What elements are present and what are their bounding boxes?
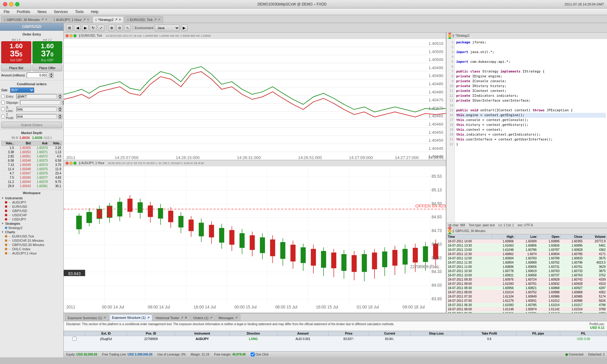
data-min-btn[interactable] (448, 230, 451, 233)
audjpy-close-btn[interactable] (66, 162, 69, 165)
takeprofit-input[interactable] (16, 114, 57, 119)
ohlcv-low: 1.60785 (515, 303, 538, 307)
toolbar-back-button[interactable]: ◀ (74, 25, 81, 31)
ws-eurusd[interactable]: ↔ EUR/USD (1, 204, 62, 209)
entry-stepper[interactable]: ▲ ▼ (58, 94, 62, 99)
toolbar-expand-button[interactable]: ⤢ (98, 25, 104, 31)
menu-file[interactable]: File (2, 9, 11, 15)
free-margin-value: 49,978.90 (232, 353, 246, 356)
place-bid-button[interactable]: Place Bid (1, 65, 31, 71)
side-select[interactable]: BUY SELL (10, 87, 34, 93)
strategy2-dot (5, 227, 7, 229)
tab-close-strategy2[interactable]: ✕ (119, 18, 121, 21)
menu-help[interactable]: Help (90, 9, 100, 15)
historical-tester-close[interactable]: ✕ (185, 316, 187, 320)
tab-close-eurusd[interactable]: ✕ (158, 18, 160, 21)
stoploss-checkbox[interactable] (1, 107, 5, 111)
tab-audjpy-1h[interactable]: || AUD/JPY, 1 Hour ↗ ✕ (51, 16, 92, 23)
ws-audjpy-1h[interactable]: ↔ AUD/JPY,1 Hour (1, 251, 62, 255)
ask-price-main: 1.60 (35, 43, 60, 49)
ws-ohlc[interactable]: ↔ OHLC Index (1, 247, 62, 251)
toolbar-add-button[interactable]: ⊞ (66, 25, 73, 31)
place-offer-button[interactable]: Place Offer (32, 65, 63, 71)
code-min-btn[interactable] (448, 34, 451, 37)
eurusd-min-btn[interactable] (70, 34, 73, 37)
close-button[interactable] (3, 2, 7, 6)
toolbar-env-button[interactable]: ▶ (181, 25, 188, 31)
sl-down[interactable]: ▼ (58, 109, 62, 112)
amount-input[interactable] (27, 72, 48, 78)
tp-down[interactable]: ▼ (58, 116, 62, 119)
slippage-checkbox[interactable] (1, 101, 5, 104)
tab-eurusd-tick[interactable]: || EUR/USD, Tick ↗ ✕ (124, 16, 163, 23)
bottom-tab-historical-tester[interactable]: Historical Tester ↗ ✕ (153, 314, 190, 321)
toolbar-refresh-button[interactable]: ↻ (90, 25, 97, 31)
audjpy-win-btns[interactable] (66, 162, 76, 165)
slippage-input[interactable] (20, 100, 60, 105)
ws-gbpusd[interactable]: ↔ GBP/USD (1, 209, 62, 213)
ws-usdchf-15m[interactable]: ↔ USD/CHF,15 Minutes (1, 238, 62, 243)
menu-portfolio[interactable]: Portfolio (15, 9, 31, 15)
audjpy-max-btn[interactable] (73, 162, 76, 165)
entry-checkbox[interactable] (1, 95, 5, 98)
toolbar-fwd-button[interactable]: ▶ (82, 25, 89, 31)
order-check[interactable] (64, 336, 85, 342)
sl-up[interactable]: ▲ (58, 106, 62, 109)
code-line: this.history = context.getHistory(); (456, 123, 606, 127)
entry-down[interactable]: ▼ (58, 96, 62, 99)
orders-col-pl-pips: P/L pips (516, 331, 560, 336)
eurusd-win-btns[interactable] (66, 34, 76, 37)
ohlcv-time: 18-07-2011 11:00 (447, 265, 492, 269)
code-content[interactable]: package jforex; import java.util.*; impo… (455, 39, 607, 222)
ws-usdchf[interactable]: ↔ USD/CHF (1, 213, 62, 217)
bottom-tab-exposure-summary[interactable]: Exposure Summary (1) ↗ (65, 314, 109, 321)
menu-tools[interactable]: Tools (74, 9, 85, 15)
bottom-tab-orders[interactable]: Orders (1) ↗ (191, 314, 215, 321)
ws-instruments-group[interactable]: ▼ Instruments (1, 196, 62, 200)
bid-price-box[interactable]: 1.60 355 Sell GBP (1, 41, 31, 63)
ws-gbpusd-30m[interactable]: ↔ GBP/USD,30 Minutes (1, 243, 62, 247)
toolbar-zoom-out-button[interactable]: ⊖ (116, 25, 123, 31)
code-close-btn[interactable] (448, 33, 451, 34)
toolbar-fit-button[interactable]: ⤡ (124, 25, 131, 31)
ws-audjpy[interactable]: ↔ AUD/JPY (1, 200, 62, 204)
ws-usdjpy[interactable]: ↔ USD/JPY (1, 217, 62, 221)
eurusd-close-btn[interactable] (66, 34, 69, 37)
takeprofit-checkbox[interactable] (1, 115, 5, 118)
entry-up[interactable]: ▲ (58, 94, 62, 96)
one-click-checkbox[interactable] (251, 352, 255, 356)
menu-services[interactable]: Services (53, 9, 69, 15)
one-click-item[interactable]: One Click (251, 352, 269, 356)
order-current: 83.84↓ (369, 336, 410, 342)
bottom-tab-messages[interactable]: Messages ↗ (216, 314, 240, 321)
minimize-button[interactable] (9, 2, 13, 6)
bottom-tab-exposure-structure[interactable]: Exposure Structure (1) ↗ (109, 314, 152, 321)
audjpy-chart-header: || AUD/JPY, 1 Hour 04:00 2011-07-18 O: 8… (64, 160, 446, 166)
toolbar-zoom-in-button[interactable]: ⊕ (108, 25, 115, 31)
takeprofit-stepper[interactable]: ▲ ▼ (58, 114, 62, 119)
menu-news[interactable]: News (36, 9, 48, 15)
eurusd-max-btn[interactable] (73, 34, 76, 37)
stoploss-input[interactable] (16, 107, 57, 112)
tab-close-audjpy[interactable]: ✕ (87, 18, 89, 21)
ws-charts-group[interactable]: ▼ Charts (1, 230, 62, 234)
tab-strategy2[interactable]: || *Strategy2 ↗ ✕ (93, 16, 124, 23)
entry-input[interactable] (16, 94, 57, 99)
ws-strategy2[interactable]: Strategy2 (1, 226, 62, 230)
ask-price-box[interactable]: 1.60 370 Buy GBP (32, 41, 63, 63)
env-select[interactable]: Java JavaScript (155, 25, 180, 31)
window-controls[interactable] (3, 2, 19, 6)
amount-stepper[interactable]: ▲ ▼ (49, 72, 53, 78)
tp-up[interactable]: ▲ (58, 114, 62, 116)
audjpy-min-btn[interactable] (70, 162, 73, 165)
ws-eurusd-tick[interactable]: ↔ EUR/USD,Tick (1, 234, 62, 238)
tab-close-gbpusd[interactable]: ✕ (45, 18, 47, 21)
maximize-button[interactable] (15, 2, 19, 6)
amount-up-button[interactable]: ▲ (49, 72, 53, 75)
tab-gbpusd-30m[interactable]: || GBP/USD, 30 Minutes ↗ ✕ (1, 16, 50, 23)
amount-down-button[interactable]: ▼ (49, 75, 53, 78)
ws-strategies-group[interactable]: ▼ Strategies (1, 221, 62, 226)
data-close-btn[interactable] (448, 227, 451, 230)
submit-orders-button[interactable]: Submit Orders (1, 122, 62, 128)
stoploss-stepper[interactable]: ▲ ▼ (58, 106, 62, 112)
